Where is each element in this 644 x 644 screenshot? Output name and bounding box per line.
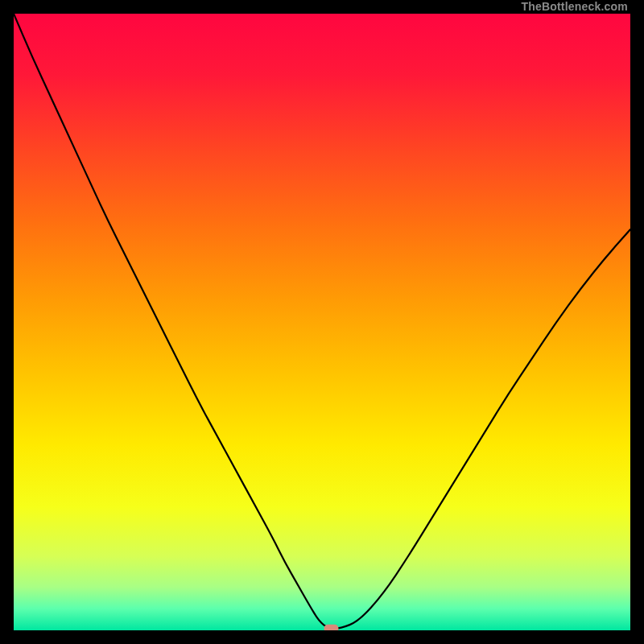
- chart-frame: TheBottleneck.com: [14, 0, 630, 630]
- watermark-text: TheBottleneck.com: [521, 0, 630, 14]
- optimal-point-marker: [324, 625, 338, 630]
- bottleneck-chart: [14, 14, 630, 630]
- chart-plot-area: [14, 14, 630, 630]
- gradient-background: [14, 14, 630, 630]
